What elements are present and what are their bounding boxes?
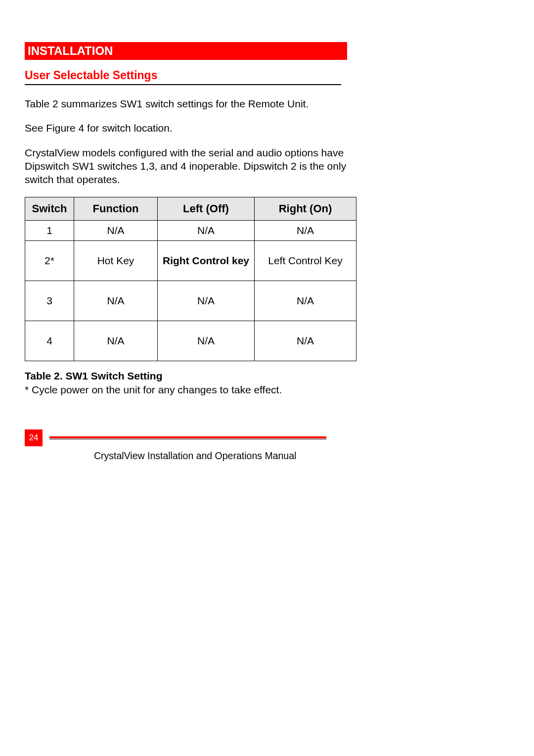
table-cell: N/A: [158, 281, 255, 321]
th-right: Right (On): [255, 197, 356, 221]
text: Figure 4: [46, 122, 87, 134]
page-number: 24: [25, 429, 43, 446]
paragraph-3: CrystalView models configured with the s…: [25, 146, 361, 187]
table-row: 2*Hot KeyRight Control keyLeft Control K…: [25, 241, 356, 281]
page-footer: 24 CrystalView Installation and Operatio…: [25, 429, 361, 462]
text: Table 2: [25, 98, 61, 109]
th-left: Left (Off): [158, 197, 255, 221]
paragraph-1: Table 2 summarizes SW1 switch settings f…: [25, 97, 361, 110]
th-switch: Switch: [25, 197, 74, 221]
text: for switch location.: [87, 122, 173, 134]
table-row: 1N/AN/AN/A: [25, 221, 356, 241]
paragraph-2: See Figure 4 for switch location.: [25, 121, 361, 135]
table-cell: N/A: [158, 221, 255, 241]
table-cell: Hot Key: [74, 241, 158, 281]
table-cell: N/A: [74, 281, 158, 321]
switch-table: Switch Function Left (Off) Right (On) 1N…: [25, 197, 356, 361]
section-banner: INSTALLATION: [25, 42, 347, 60]
table-cell: 4: [25, 321, 74, 361]
table-cell: N/A: [255, 221, 356, 241]
page: INSTALLATION User Selectable Settings Ta…: [0, 0, 534, 756]
table-cell: 2*: [25, 241, 74, 281]
subheading: User Selectable Settings: [25, 69, 341, 85]
text: See: [25, 122, 46, 134]
table-cell: N/A: [158, 321, 255, 361]
footer-rule: [49, 436, 326, 439]
table-cell: N/A: [255, 321, 356, 361]
table-caption: Table 2. SW1 Switch Setting: [25, 370, 509, 382]
th-function: Function: [74, 197, 158, 221]
table-cell: Right Control key: [158, 241, 255, 281]
table-cell: Left Control Key: [255, 241, 356, 281]
table-header-row: Switch Function Left (Off) Right (On): [25, 197, 356, 221]
table-cell: 1: [25, 221, 74, 241]
footer-title: CrystalView Installation and Operations …: [94, 450, 361, 462]
table-cell: 3: [25, 281, 74, 321]
text: summarizes SW1 switch settings for the R…: [61, 98, 309, 109]
table-cell: N/A: [74, 221, 158, 241]
table-cell: N/A: [74, 321, 158, 361]
table-row: 4N/AN/AN/A: [25, 321, 356, 361]
table-footnote: * Cycle power on the unit for any change…: [25, 384, 361, 396]
table-cell: N/A: [255, 281, 356, 321]
table-row: 3N/AN/AN/A: [25, 281, 356, 321]
